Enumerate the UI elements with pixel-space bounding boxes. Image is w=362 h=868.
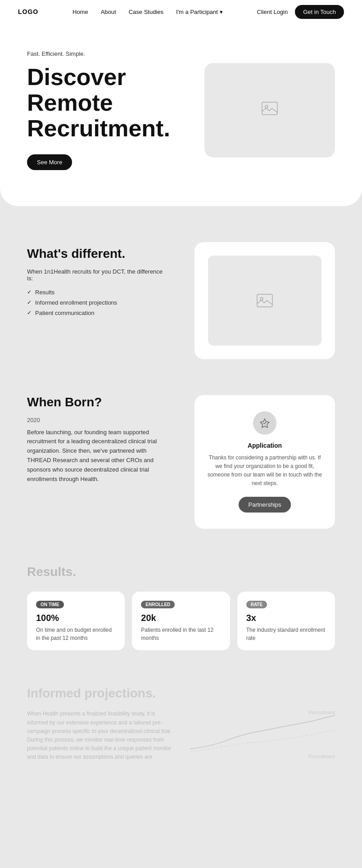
spacer-3 xyxy=(0,529,362,565)
result-number-enrolled: 20k xyxy=(141,613,221,623)
when-born-left: When Born? 2020 Before launching, our fo… xyxy=(27,395,167,484)
checklist-item: ✓ Results xyxy=(27,289,167,296)
informed-section: Informed projections. When Health presen… xyxy=(0,686,362,764)
get-in-touch-button[interactable]: Get in Touch xyxy=(295,5,344,19)
logo: LOGO xyxy=(18,8,38,15)
result-desc-enrolled: Patients enrolled in the last 12 months xyxy=(141,626,221,642)
informed-right: Recruitment Recruitment xyxy=(190,710,335,764)
when-born-right: Application Thanks for considering a par… xyxy=(195,395,335,529)
nav-right: Client Login Get in Touch xyxy=(257,5,344,19)
whats-different-right xyxy=(195,242,335,359)
hero-image-placeholder xyxy=(204,63,335,157)
result-desc-rate: The industry standard enrollment rate xyxy=(246,626,326,642)
informed-content: When Health presents a finalized feasibi… xyxy=(27,710,335,764)
informed-left: When Health presents a finalized feasibi… xyxy=(27,710,172,761)
chart-svg xyxy=(190,710,335,755)
chevron-down-icon: ▾ xyxy=(220,9,223,15)
spacer-4 xyxy=(0,650,362,686)
application-card: Application Thanks for considering a par… xyxy=(195,395,335,529)
partnerships-button[interactable]: Partnerships xyxy=(239,497,291,513)
when-born-text: Before launching, our founding team supp… xyxy=(27,428,167,484)
svg-rect-0 xyxy=(262,102,277,115)
whats-different-subtitle: When 1n1Health recruits for you DCT, the… xyxy=(27,268,167,282)
results-cards: ON TIME 100% On time and on budget enrol… xyxy=(27,592,335,650)
svg-point-1 xyxy=(265,105,268,108)
nav-case-studies[interactable]: Case Studies xyxy=(129,9,163,15)
results-title: Results. xyxy=(27,565,335,579)
app-icon-circle xyxy=(253,411,276,435)
when-born-section: When Born? 2020 Before launching, our fo… xyxy=(0,395,362,529)
result-number-ontime: 100% xyxy=(36,613,116,623)
hero-left: Fast. Efficient. Simple. Discover Remote… xyxy=(27,50,172,170)
chart-label-1: Recruitment xyxy=(308,710,335,715)
when-born-title: When Born? xyxy=(27,395,167,409)
informed-text: When Health presents a finalized feasibi… xyxy=(27,710,172,761)
application-description: Thanks for considering a partnership wit… xyxy=(207,454,322,488)
spacer-2 xyxy=(0,359,362,395)
check-icon-3: ✓ xyxy=(27,310,32,316)
application-title: Application xyxy=(248,442,282,449)
whats-different-card xyxy=(195,242,335,359)
whats-different-section: What's different. When 1n1Health recruit… xyxy=(0,242,362,359)
image-icon xyxy=(262,102,278,118)
whats-different-image xyxy=(208,256,321,346)
results-section: Results. ON TIME 100% On time and on bud… xyxy=(0,565,362,650)
spacer-1 xyxy=(0,206,362,242)
checklist: ✓ Results ✓ Informed enrollment projecti… xyxy=(27,289,167,316)
check-icon-1: ✓ xyxy=(27,289,32,295)
hero-right xyxy=(190,63,335,157)
badge-enrolled: ENROLLED xyxy=(141,601,175,608)
result-card-rate: RATE 3x The industry standard enrollment… xyxy=(237,592,335,650)
bottom-spacer xyxy=(0,764,362,791)
see-more-button[interactable]: See More xyxy=(27,154,72,170)
whats-different-left: What's different. When 1n1Health recruit… xyxy=(27,242,167,316)
when-born-year: 2020 xyxy=(27,417,167,423)
hero-section: Fast. Efficient. Simple. Discover Remote… xyxy=(0,23,362,206)
informed-title: Informed projections. xyxy=(27,686,335,701)
badge-ontime: ON TIME xyxy=(36,601,64,608)
check-icon-2: ✓ xyxy=(27,299,32,306)
checklist-item: ✓ Informed enrollment projections xyxy=(27,299,167,306)
nav-about[interactable]: About xyxy=(101,9,116,15)
hero-title: Discover Remote Recruitment. xyxy=(27,64,172,142)
checklist-item: ✓ Patient communication xyxy=(27,310,167,316)
result-desc-ontime: On time and on budget enrolled in the pa… xyxy=(36,626,116,642)
chart-label-2: Recruitment xyxy=(308,754,335,759)
badge-rate: RATE xyxy=(246,601,267,608)
nav-home[interactable]: Home xyxy=(72,9,88,15)
client-login-link[interactable]: Client Login xyxy=(257,9,288,15)
navigation: LOGO Home About Case Studies I'm a Parti… xyxy=(0,0,362,23)
svg-point-3 xyxy=(260,297,263,300)
result-card-enrolled: ENROLLED 20k Patients enrolled in the la… xyxy=(132,592,230,650)
svg-rect-2 xyxy=(257,294,272,307)
whats-different-title: What's different. xyxy=(27,247,167,261)
result-number-rate: 3x xyxy=(246,613,326,623)
nav-links: Home About Case Studies I'm a Participan… xyxy=(72,9,223,15)
nav-participant[interactable]: I'm a Participant ▾ xyxy=(176,9,223,15)
result-card-ontime: ON TIME 100% On time and on budget enrol… xyxy=(27,592,125,650)
hero-tagline: Fast. Efficient. Simple. xyxy=(27,50,172,57)
